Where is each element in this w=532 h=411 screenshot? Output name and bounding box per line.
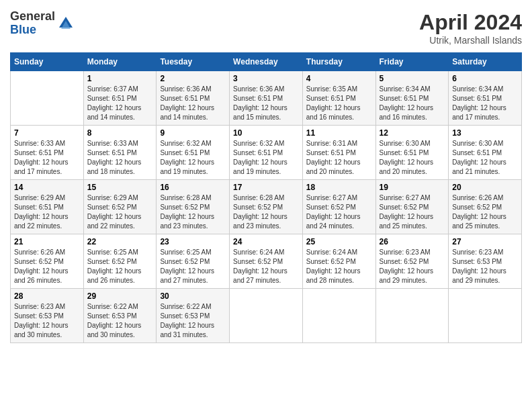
week-row-4: 21Sunrise: 6:26 AMSunset: 6:52 PMDayligh… (11, 234, 522, 289)
day-number: 30 (160, 291, 226, 301)
day-cell: 30Sunrise: 6:22 AMSunset: 6:53 PMDayligh… (157, 289, 230, 343)
logo-blue: Blue (10, 24, 55, 37)
day-cell: 16Sunrise: 6:28 AMSunset: 6:52 PMDayligh… (157, 180, 230, 234)
day-cell (11, 71, 84, 126)
day-cell: 22Sunrise: 6:25 AMSunset: 6:52 PMDayligh… (83, 234, 157, 289)
day-info: Sunrise: 6:36 AMSunset: 6:51 PMDaylight:… (160, 85, 226, 122)
title-section: April 2024 Utrik, Marshall Islands (419, 10, 522, 46)
day-number: 24 (233, 237, 299, 246)
day-info: Sunrise: 6:27 AMSunset: 6:52 PMDaylight:… (306, 193, 372, 231)
logo: General Blue (10, 10, 75, 37)
day-info: Sunrise: 6:28 AMSunset: 6:52 PMDaylight:… (233, 193, 299, 231)
day-cell: 23Sunrise: 6:25 AMSunset: 6:52 PMDayligh… (157, 234, 230, 289)
day-info: Sunrise: 6:33 AMSunset: 6:51 PMDaylight:… (87, 139, 153, 177)
day-cell: 17Sunrise: 6:28 AMSunset: 6:52 PMDayligh… (230, 180, 303, 234)
day-cell: 13Sunrise: 6:30 AMSunset: 6:51 PMDayligh… (449, 126, 522, 180)
day-cell (449, 289, 522, 343)
day-number: 12 (380, 128, 445, 138)
day-number: 22 (87, 237, 153, 246)
logo-general: General (10, 10, 55, 24)
header-tuesday: Tuesday (157, 53, 230, 71)
day-info: Sunrise: 6:26 AMSunset: 6:52 PMDaylight:… (14, 248, 80, 285)
day-cell: 20Sunrise: 6:26 AMSunset: 6:52 PMDayligh… (449, 180, 522, 234)
week-row-1: 1Sunrise: 6:37 AMSunset: 6:51 PMDaylight… (11, 71, 522, 126)
header-thursday: Thursday (302, 53, 375, 71)
day-number: 27 (452, 237, 518, 246)
day-cell: 27Sunrise: 6:23 AMSunset: 6:53 PMDayligh… (449, 234, 522, 289)
day-number: 5 (380, 74, 445, 83)
header-sunday: Sunday (11, 53, 84, 71)
day-cell (375, 289, 449, 343)
day-info: Sunrise: 6:26 AMSunset: 6:52 PMDaylight:… (452, 193, 518, 231)
header-friday: Friday (375, 53, 449, 71)
week-row-5: 28Sunrise: 6:23 AMSunset: 6:53 PMDayligh… (11, 289, 522, 343)
day-cell: 4Sunrise: 6:35 AMSunset: 6:51 PMDaylight… (302, 71, 375, 126)
page-header: General Blue April 2024 Utrik, Marshall … (10, 10, 522, 46)
day-number: 3 (233, 74, 299, 83)
day-cell: 10Sunrise: 6:32 AMSunset: 6:51 PMDayligh… (230, 126, 303, 180)
week-row-2: 7Sunrise: 6:33 AMSunset: 6:51 PMDaylight… (11, 126, 522, 180)
day-cell: 24Sunrise: 6:24 AMSunset: 6:52 PMDayligh… (230, 234, 303, 289)
day-cell: 3Sunrise: 6:36 AMSunset: 6:51 PMDaylight… (230, 71, 303, 126)
day-number: 15 (87, 183, 153, 192)
day-info: Sunrise: 6:24 AMSunset: 6:52 PMDaylight:… (306, 248, 372, 285)
day-cell (230, 289, 303, 343)
day-cell: 28Sunrise: 6:23 AMSunset: 6:53 PMDayligh… (11, 289, 84, 343)
day-number: 25 (306, 237, 372, 246)
day-number: 20 (452, 183, 518, 192)
day-cell: 25Sunrise: 6:24 AMSunset: 6:52 PMDayligh… (302, 234, 375, 289)
day-number: 23 (160, 237, 226, 246)
day-info: Sunrise: 6:28 AMSunset: 6:52 PMDaylight:… (160, 193, 226, 231)
day-info: Sunrise: 6:34 AMSunset: 6:51 PMDaylight:… (380, 85, 445, 122)
header-monday: Monday (83, 53, 157, 71)
day-number: 18 (306, 183, 372, 192)
day-number: 14 (14, 183, 80, 192)
day-number: 8 (87, 128, 153, 138)
header-row: SundayMondayTuesdayWednesdayThursdayFrid… (11, 53, 522, 71)
day-number: 7 (14, 128, 80, 138)
day-cell: 29Sunrise: 6:22 AMSunset: 6:53 PMDayligh… (83, 289, 157, 343)
day-info: Sunrise: 6:22 AMSunset: 6:53 PMDaylight:… (87, 302, 153, 340)
day-cell: 1Sunrise: 6:37 AMSunset: 6:51 PMDaylight… (83, 71, 157, 126)
day-cell: 21Sunrise: 6:26 AMSunset: 6:52 PMDayligh… (11, 234, 84, 289)
day-cell: 12Sunrise: 6:30 AMSunset: 6:51 PMDayligh… (375, 126, 449, 180)
day-number: 11 (306, 128, 372, 138)
day-cell: 9Sunrise: 6:32 AMSunset: 6:51 PMDaylight… (157, 126, 230, 180)
day-info: Sunrise: 6:37 AMSunset: 6:51 PMDaylight:… (87, 85, 153, 122)
day-number: 19 (380, 183, 445, 192)
logo-icon (56, 14, 75, 33)
header-saturday: Saturday (449, 53, 522, 71)
day-number: 21 (14, 237, 80, 246)
day-info: Sunrise: 6:30 AMSunset: 6:51 PMDaylight:… (452, 139, 518, 177)
day-info: Sunrise: 6:35 AMSunset: 6:51 PMDaylight:… (306, 85, 372, 122)
day-info: Sunrise: 6:25 AMSunset: 6:52 PMDaylight:… (160, 248, 226, 285)
day-number: 28 (14, 291, 80, 301)
day-info: Sunrise: 6:22 AMSunset: 6:53 PMDaylight:… (160, 302, 226, 340)
day-info: Sunrise: 6:23 AMSunset: 6:52 PMDaylight:… (380, 248, 445, 285)
day-cell: 7Sunrise: 6:33 AMSunset: 6:51 PMDaylight… (11, 126, 84, 180)
day-number: 6 (452, 74, 518, 83)
day-info: Sunrise: 6:36 AMSunset: 6:51 PMDaylight:… (233, 85, 299, 122)
month-title: April 2024 (419, 10, 522, 35)
day-number: 10 (233, 128, 299, 138)
day-cell: 14Sunrise: 6:29 AMSunset: 6:51 PMDayligh… (11, 180, 84, 234)
day-cell: 19Sunrise: 6:27 AMSunset: 6:52 PMDayligh… (375, 180, 449, 234)
day-info: Sunrise: 6:32 AMSunset: 6:51 PMDaylight:… (160, 139, 226, 177)
day-cell: 6Sunrise: 6:34 AMSunset: 6:51 PMDaylight… (449, 71, 522, 126)
header-wednesday: Wednesday (230, 53, 303, 71)
day-info: Sunrise: 6:24 AMSunset: 6:52 PMDaylight:… (233, 248, 299, 285)
day-number: 16 (160, 183, 226, 192)
day-number: 13 (452, 128, 518, 138)
day-info: Sunrise: 6:27 AMSunset: 6:52 PMDaylight:… (380, 193, 445, 231)
day-info: Sunrise: 6:29 AMSunset: 6:51 PMDaylight:… (14, 193, 80, 231)
day-number: 17 (233, 183, 299, 192)
day-cell (302, 289, 375, 343)
day-cell: 2Sunrise: 6:36 AMSunset: 6:51 PMDaylight… (157, 71, 230, 126)
day-cell: 5Sunrise: 6:34 AMSunset: 6:51 PMDaylight… (375, 71, 449, 126)
day-cell: 26Sunrise: 6:23 AMSunset: 6:52 PMDayligh… (375, 234, 449, 289)
day-info: Sunrise: 6:32 AMSunset: 6:51 PMDaylight:… (233, 139, 299, 177)
day-number: 2 (160, 74, 226, 83)
week-row-3: 14Sunrise: 6:29 AMSunset: 6:51 PMDayligh… (11, 180, 522, 234)
day-info: Sunrise: 6:33 AMSunset: 6:51 PMDaylight:… (14, 139, 80, 177)
day-cell: 8Sunrise: 6:33 AMSunset: 6:51 PMDaylight… (83, 126, 157, 180)
